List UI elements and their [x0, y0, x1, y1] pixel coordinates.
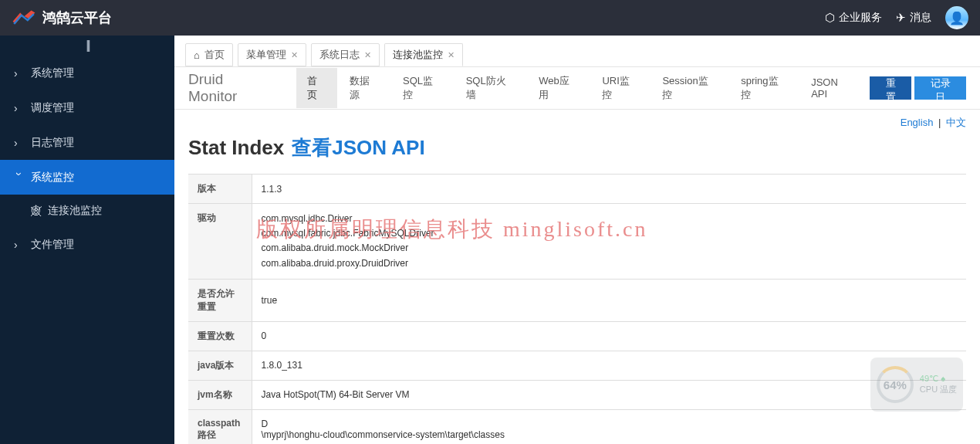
header-bar: 鸿鹄云平台 ⬡ 企业服务 ✈ 消息 👤 [0, 0, 980, 36]
chevron-right-icon: › [14, 239, 25, 251]
mnav-datasource[interactable]: 数据源 [339, 68, 390, 108]
mnav-spring-monitor[interactable]: spring监控 [730, 68, 799, 108]
close-icon[interactable]: ✕ [364, 50, 371, 60]
tab-menu-manage[interactable]: 菜单管理 ✕ [238, 43, 306, 66]
mnav-session-monitor[interactable]: Session监控 [651, 68, 728, 108]
tab-pool-monitor[interactable]: 连接池监控 ✕ [384, 43, 463, 66]
table-row: 重置次数 0 [188, 321, 966, 351]
enterprise-service-label: 企业服务 [839, 11, 882, 25]
row-value: com.mysql.jdbc.Driver com.mysql.fabric.j… [252, 204, 966, 280]
sidebar-item-file-manage[interactable]: › 文件管理 [0, 227, 174, 262]
close-icon[interactable]: ✕ [291, 50, 298, 60]
messages-label: 消息 [910, 11, 931, 25]
table-row: 是否允许重置 true [188, 279, 966, 321]
send-icon: ✈ [896, 11, 906, 25]
sidebar-subitem-pool-monitor[interactable]: 🕸 连接池监控 [0, 195, 174, 227]
chevron-down-icon: › [13, 172, 25, 183]
table-row: 驱动 com.mysql.jdbc.Driver com.mysql.fabri… [188, 204, 966, 280]
enterprise-service-link[interactable]: ⬡ 企业服务 [825, 11, 882, 25]
lang-chinese[interactable]: 中文 [946, 117, 966, 128]
row-label: java版本 [188, 351, 252, 380]
tab-bar: ⌂ 首页 菜单管理 ✕ 系统日志 ✕ 连接池监控 ✕ [174, 36, 980, 66]
table-row: jvm名称 Java HotSpot(TM) 64-Bit Server VM [188, 380, 966, 409]
tab-home[interactable]: ⌂ 首页 [185, 43, 233, 66]
row-value: 1.1.3 [252, 175, 966, 204]
gauge-percent: 64% [877, 366, 914, 403]
row-value: Java HotSpot(TM) 64-Bit Server VM [252, 380, 966, 409]
close-icon[interactable]: ✕ [448, 50, 455, 60]
chevron-right-icon: › [14, 102, 25, 114]
gauge-temp: 49℃ [920, 374, 938, 383]
content-area: ⌂ 首页 菜单管理 ✕ 系统日志 ✕ 连接池监控 ✕ Druid Monitor… [174, 36, 980, 444]
sidebar-item-system-manage[interactable]: › 系统管理 [0, 56, 174, 90]
sidebar-item-log-manage[interactable]: › 日志管理 [0, 125, 174, 160]
leaf-icon: ♠ [941, 374, 945, 383]
row-value: 0 [252, 321, 966, 351]
gauge-cpu-label: CPU 温度 [920, 384, 957, 395]
monitor-nav: 首页 数据源 SQL监控 SQL防火墙 Web应用 URI监控 Session监… [296, 68, 867, 108]
avatar[interactable]: 👤 [945, 6, 968, 29]
chevron-right-icon: › [14, 67, 25, 80]
tab-system-log[interactable]: 系统日志 ✕ [311, 43, 380, 66]
row-label: 是否允许重置 [188, 279, 252, 321]
stat-api-link[interactable]: 查看JSON API [292, 134, 424, 161]
mnav-uri-monitor[interactable]: URI监控 [591, 68, 650, 108]
log-button[interactable]: 记录日 [914, 76, 966, 100]
row-label: 版本 [188, 175, 252, 204]
home-icon: ⌂ [194, 49, 200, 61]
row-label: 驱动 [188, 204, 252, 280]
row-value: true [252, 279, 966, 321]
logo-wrap[interactable]: 鸿鹄云平台 [12, 8, 112, 27]
table-row: java版本 1.8.0_131 [188, 351, 966, 380]
logo-text: 鸿鹄云平台 [42, 8, 112, 27]
monitor-title: Druid Monitor [188, 71, 276, 105]
stat-table: 版本 1.1.3 驱动 com.mysql.jdbc.Driver com.my… [188, 174, 966, 444]
sidebar-item-system-monitor[interactable]: › 系统监控 [0, 160, 174, 195]
table-row: classpath路径 D \myprj\honghu-cloud\common… [188, 409, 966, 444]
mnav-sql-wall[interactable]: SQL防火墙 [455, 68, 527, 108]
table-row: 版本 1.1.3 [188, 175, 966, 204]
lang-english[interactable]: English [901, 117, 934, 128]
mnav-sql-monitor[interactable]: SQL监控 [392, 68, 454, 108]
dashboard-icon: 🕸 [31, 205, 42, 217]
mnav-json-api[interactable]: JSON API [800, 70, 867, 106]
row-label: jvm名称 [188, 380, 252, 409]
sidebar-collapse-toggle[interactable]: ||| [0, 36, 174, 56]
row-value: D \myprj\honghu-cloud\commonservice-syst… [252, 409, 966, 444]
chevron-right-icon: › [14, 137, 25, 149]
cpu-gauge: 64% 49℃ ♠ CPU 温度 [870, 358, 963, 412]
lang-row: English | 中文 [174, 110, 980, 130]
stat-title: Stat Index [188, 136, 284, 160]
cube-icon: ⬡ [825, 11, 835, 25]
reset-button[interactable]: 重置 [870, 76, 911, 100]
monitor-bar: Druid Monitor 首页 数据源 SQL监控 SQL防火墙 Web应用 … [174, 66, 980, 110]
sidebar-item-schedule-manage[interactable]: › 调度管理 [0, 90, 174, 125]
row-label: 重置次数 [188, 321, 252, 351]
messages-link[interactable]: ✈ 消息 [896, 11, 931, 25]
row-value: 1.8.0_131 [252, 351, 966, 380]
mnav-web-app[interactable]: Web应用 [528, 68, 590, 108]
mnav-home[interactable]: 首页 [296, 68, 338, 108]
sidebar: ||| › 系统管理 › 调度管理 › 日志管理 › 系统监控 🕸 连接池监控 … [0, 36, 174, 444]
logo-icon [12, 8, 36, 27]
row-label: classpath路径 [188, 409, 252, 444]
